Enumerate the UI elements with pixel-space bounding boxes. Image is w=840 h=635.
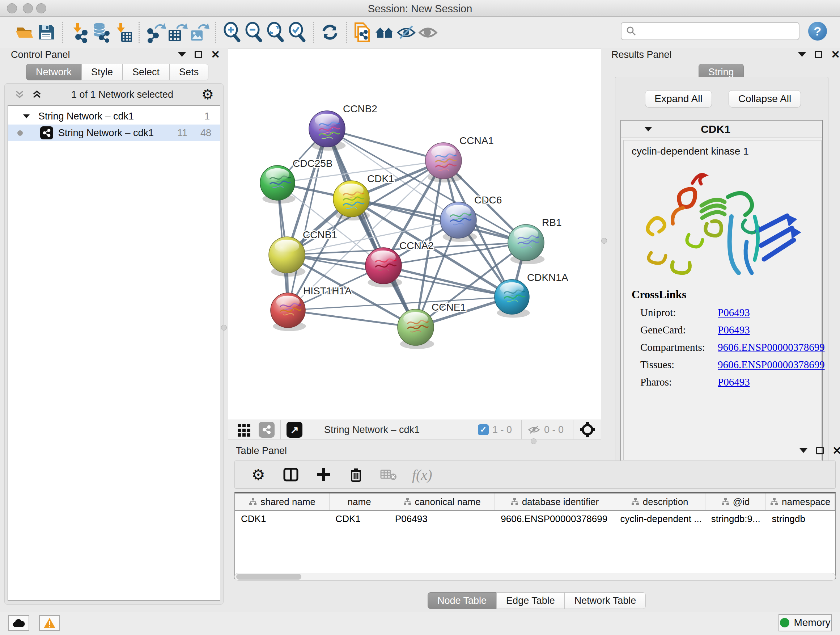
crosslink-label: Tissues:	[632, 359, 718, 371]
network-node-hist1h1a[interactable]	[271, 293, 306, 331]
import-table-button[interactable]	[112, 21, 134, 43]
panel-menu-icon[interactable]	[178, 52, 186, 57]
table-options-gear-icon[interactable]: ⚙	[249, 466, 267, 484]
tab-edge-table[interactable]: Edge Table	[496, 592, 565, 609]
network-edge[interactable]	[288, 129, 327, 310]
pan-target-icon[interactable]	[579, 421, 596, 438]
column-header-namespace[interactable]: namespace	[766, 494, 835, 510]
table-cell[interactable]: 9606.ENSP00000378699	[495, 511, 614, 527]
crosslink-link[interactable]: P06493	[718, 324, 750, 336]
hide-selected-button[interactable]	[395, 21, 417, 43]
zoom-in-button[interactable]	[221, 21, 243, 43]
table-toolbar: ⚙	[234, 461, 836, 489]
collapse-all-button[interactable]: Collapse All	[729, 90, 801, 108]
table-cell[interactable]: P06493	[389, 511, 495, 527]
first-neighbors-button[interactable]	[374, 21, 395, 43]
selected-checkbox[interactable]: ✓	[478, 424, 489, 435]
refresh-button[interactable]	[319, 21, 341, 43]
network-row[interactable]: String Network – cdk1 11 48	[8, 125, 220, 141]
table-horizontal-scrollbar[interactable]	[234, 573, 836, 581]
help-button[interactable]: ?	[808, 22, 827, 41]
close-panel-icon[interactable]: ✕	[832, 447, 840, 454]
tab-select[interactable]: Select	[123, 64, 169, 80]
float-panel-icon[interactable]	[195, 51, 202, 58]
export-image-button[interactable]	[188, 21, 210, 43]
share-view-icon[interactable]	[259, 422, 275, 438]
crosslink-link[interactable]: P06493	[718, 376, 750, 388]
table-cell[interactable]: stringdb:9...	[706, 511, 766, 527]
zoom-in-icon	[221, 22, 242, 43]
network-options-gear-icon[interactable]: ⚙	[202, 88, 214, 101]
tab-network[interactable]: Network	[26, 64, 81, 80]
tab-style[interactable]: Style	[81, 64, 123, 80]
import-network-from-database-button[interactable]	[90, 21, 112, 43]
show-all-button[interactable]	[417, 21, 439, 43]
bottom-splitter-handle[interactable]	[531, 439, 537, 444]
column-header-database-identifier[interactable]: database identifier	[495, 494, 614, 510]
control-panel-title: Control Panel	[11, 49, 70, 60]
panel-menu-icon[interactable]	[799, 448, 807, 453]
close-panel-icon[interactable]: ✕	[211, 51, 220, 58]
node-label: CCNE1	[431, 302, 466, 313]
delete-column-icon[interactable]	[347, 466, 365, 484]
column-header-canonical-name[interactable]: canonical name	[389, 494, 495, 510]
network-node-cdkn1a[interactable]	[494, 279, 530, 318]
export-network-button[interactable]	[145, 21, 166, 43]
network-node-rb1[interactable]	[508, 225, 545, 264]
crosslink-link[interactable]: 9606.ENSP00000378699	[718, 341, 825, 353]
tab-node-table[interactable]: Node Table	[428, 592, 496, 609]
tab-network-table[interactable]: Network Table	[565, 592, 646, 609]
float-panel-icon[interactable]	[815, 51, 822, 58]
crosslink-link[interactable]: P06493	[718, 307, 750, 318]
memory-button[interactable]: Memory	[778, 614, 832, 631]
network-node-ccne1[interactable]	[398, 309, 434, 349]
panel-menu-icon[interactable]	[798, 52, 806, 57]
clone-network-button[interactable]	[352, 21, 374, 43]
open-file-button[interactable]	[14, 21, 35, 43]
tab-sets[interactable]: Sets	[169, 64, 208, 80]
network-node-cdk1[interactable]	[333, 181, 370, 220]
import-network-button[interactable]	[68, 21, 90, 43]
export-table-button[interactable]	[166, 21, 188, 43]
table-cell[interactable]: cyclin-dependent ...	[614, 511, 705, 527]
network-node-ccna1[interactable]	[425, 143, 462, 182]
network-collection-row[interactable]: String Network – cdk1 1	[8, 108, 220, 125]
column-header-name[interactable]: name	[330, 494, 389, 510]
grid-view-icon[interactable]	[237, 423, 251, 437]
expand-all-icon[interactable]	[31, 88, 43, 101]
left-splitter-handle[interactable]	[221, 325, 227, 331]
add-column-icon[interactable]	[314, 466, 332, 484]
table-cell[interactable]: stringdb	[766, 511, 835, 527]
collapse-all-icon[interactable]	[13, 88, 26, 101]
node-label: CDKN1A	[527, 272, 568, 283]
table-cell[interactable]: CDK1	[235, 511, 330, 527]
collection-expand-icon[interactable]	[23, 114, 30, 119]
zoom-out-button[interactable]	[243, 21, 264, 43]
protein-section-header[interactable]: CDK1	[621, 120, 822, 138]
cloud-status-button[interactable]	[8, 615, 29, 631]
column-header-description[interactable]: description	[614, 494, 705, 510]
birds-eye-view-button[interactable]: ↗	[286, 422, 302, 438]
network-node-cdc6[interactable]	[440, 202, 477, 242]
network-node-ccna2[interactable]	[365, 248, 402, 287]
close-panel-icon[interactable]: ✕	[831, 51, 840, 58]
show-columns-icon[interactable]	[282, 466, 300, 484]
float-panel-icon[interactable]	[816, 447, 824, 454]
search-input[interactable]	[637, 26, 799, 37]
network-edge[interactable]	[288, 310, 416, 327]
network-node-cdc25b[interactable]	[260, 165, 295, 204]
table-cell[interactable]: CDK1	[330, 511, 389, 527]
save-session-button[interactable]	[35, 21, 57, 43]
network-node-ccnb2[interactable]	[309, 111, 346, 150]
warning-status-button[interactable]	[39, 615, 60, 631]
crosslink-label: Uniprot:	[632, 307, 718, 318]
column-header-shared-name[interactable]: shared name	[235, 494, 330, 510]
collapse-section-icon[interactable]	[644, 127, 652, 131]
column-header--id[interactable]: @id	[706, 494, 766, 510]
network-canvas[interactable]: CCNB2CCNA1CDC25BCDK1CDC6RB1CCNB1CCNA2CDK…	[228, 49, 601, 420]
expand-all-button[interactable]: Expand All	[645, 90, 712, 108]
zoom-fit-button[interactable]	[264, 21, 286, 43]
zoom-selected-button[interactable]	[286, 21, 308, 43]
network-node-ccnb1[interactable]	[269, 237, 306, 277]
crosslink-link[interactable]: 9606.ENSP00000378699	[718, 359, 825, 371]
